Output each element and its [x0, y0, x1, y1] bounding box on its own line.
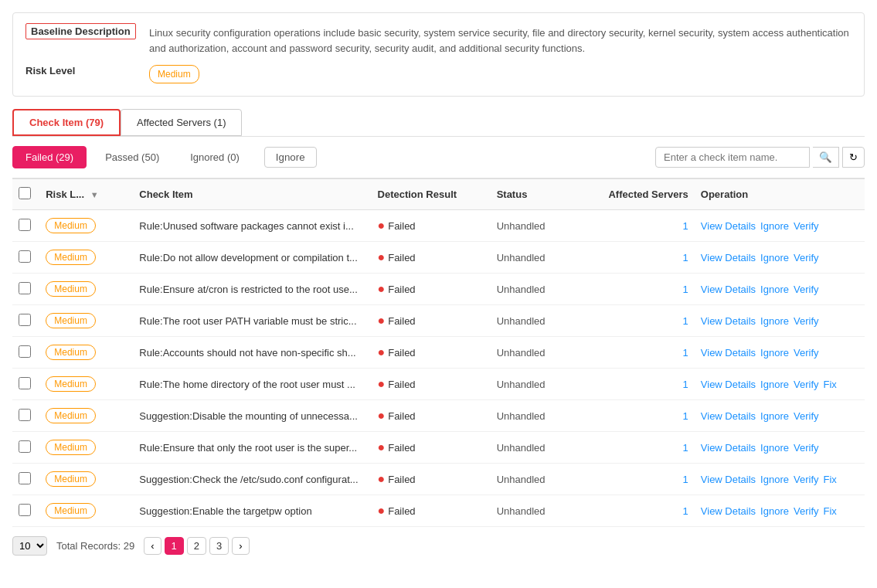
detection-result-2: Failed [388, 284, 415, 295]
op-ignore-4[interactable]: Ignore [760, 347, 789, 359]
op-verify-4[interactable]: Verify [794, 347, 819, 359]
status-text-6: Unhandled [491, 400, 593, 432]
affected-servers-6[interactable]: 1 [593, 400, 695, 432]
affected-servers-1[interactable]: 1 [593, 242, 695, 274]
page-3-button[interactable]: 3 [209, 537, 229, 555]
affected-servers-0[interactable]: 1 [593, 210, 695, 242]
row-checkbox-4[interactable] [19, 345, 31, 358]
select-all-checkbox[interactable] [19, 187, 31, 199]
filter-passed-button[interactable]: Passed (50) [93, 147, 172, 168]
table-row: MediumRule:Ensure that only the root use… [12, 432, 865, 464]
op-view-details-8[interactable]: View Details [701, 474, 756, 485]
detection-result-4: Failed [388, 347, 415, 359]
op-verify-5[interactable]: Verify [794, 379, 819, 390]
row-checkbox-0[interactable] [19, 219, 31, 231]
detection-result-9: Failed [388, 505, 415, 517]
check-item-text-7: Rule:Ensure that only the root user is t… [133, 432, 371, 464]
prev-page-button[interactable]: ‹ [144, 537, 161, 555]
check-item-text-6: Suggestion:Disable the mounting of unnec… [133, 400, 371, 432]
affected-servers-5[interactable]: 1 [593, 369, 695, 400]
op-ignore-0[interactable]: Ignore [760, 220, 789, 232]
tabs-container: Check Item (79) Affected Servers (1) [12, 109, 865, 137]
row-checkbox-1[interactable] [19, 250, 31, 263]
failed-icon-6: ● [378, 409, 386, 423]
ignore-button[interactable]: Ignore [264, 147, 317, 168]
op-verify-8[interactable]: Verify [794, 474, 819, 485]
tab-check-item[interactable]: Check Item (79) [12, 109, 121, 136]
op-verify-9[interactable]: Verify [794, 505, 819, 517]
op-verify-0[interactable]: Verify [794, 220, 819, 232]
refresh-button[interactable]: ↻ [842, 147, 865, 168]
row-checkbox-9[interactable] [19, 504, 31, 516]
op-view-details-7[interactable]: View Details [701, 442, 756, 454]
baseline-description-label: Baseline Description [25, 23, 136, 39]
op-view-details-5[interactable]: View Details [701, 379, 756, 390]
check-item-text-4: Rule:Accounts should not have non-specif… [133, 337, 371, 369]
op-ignore-2[interactable]: Ignore [760, 284, 789, 295]
row-checkbox-5[interactable] [19, 377, 31, 389]
affected-servers-7[interactable]: 1 [593, 432, 695, 464]
risk-badge-4: Medium [46, 345, 96, 360]
status-text-7: Unhandled [491, 432, 593, 464]
affected-servers-3[interactable]: 1 [593, 305, 695, 337]
refresh-icon: ↻ [849, 151, 858, 163]
check-items-table: Risk L... ▼ Check Item Detection Result … [12, 178, 865, 527]
affected-servers-8[interactable]: 1 [593, 464, 695, 495]
baseline-description-text: Linux security configuration operations … [149, 25, 852, 56]
row-checkbox-8[interactable] [19, 472, 31, 484]
failed-icon-2: ● [378, 282, 386, 296]
row-checkbox-2[interactable] [19, 282, 31, 294]
row-checkbox-6[interactable] [19, 409, 31, 421]
op-ignore-6[interactable]: Ignore [760, 410, 789, 422]
op-verify-6[interactable]: Verify [794, 410, 819, 422]
op-ignore-7[interactable]: Ignore [760, 442, 789, 454]
operations-cell-6: View DetailsIgnoreVerify [695, 400, 865, 432]
op-view-details-1[interactable]: View Details [701, 252, 756, 263]
op-view-details-9[interactable]: View Details [701, 505, 756, 517]
table-row: MediumSuggestion:Enable the targetpw opt… [12, 495, 865, 527]
page-1-button[interactable]: 1 [165, 537, 184, 555]
operations-cell-2: View DetailsIgnoreVerify [695, 274, 865, 305]
op-fix-9[interactable]: Fix [824, 505, 837, 517]
next-page-button[interactable]: › [232, 537, 249, 555]
tab-affected-servers[interactable]: Affected Servers (1) [121, 109, 242, 136]
page-size-select[interactable]: 10 20 50 [12, 536, 47, 556]
affected-servers-9[interactable]: 1 [593, 495, 695, 527]
op-view-details-2[interactable]: View Details [701, 284, 756, 295]
risk-badge-2: Medium [46, 281, 96, 297]
search-icon-button[interactable]: 🔍 [813, 147, 839, 168]
page-2-button[interactable]: 2 [187, 537, 206, 555]
filter-failed-button[interactable]: Failed (29) [12, 146, 87, 168]
op-ignore-5[interactable]: Ignore [760, 379, 789, 390]
op-fix-8[interactable]: Fix [824, 474, 837, 485]
op-view-details-4[interactable]: View Details [701, 347, 756, 359]
affected-servers-4[interactable]: 1 [593, 337, 695, 369]
check-item-text-0: Rule:Unused software packages cannot exi… [133, 210, 371, 242]
col-check-item: Check Item [133, 179, 371, 210]
op-view-details-6[interactable]: View Details [701, 410, 756, 422]
failed-icon-9: ● [378, 504, 386, 518]
filter-ignored-button[interactable]: Ignored (0) [178, 147, 252, 168]
op-ignore-1[interactable]: Ignore [760, 252, 789, 263]
failed-icon-3: ● [378, 314, 386, 328]
op-view-details-0[interactable]: View Details [701, 220, 756, 232]
filter-icon[interactable]: ▼ [90, 190, 99, 199]
op-verify-7[interactable]: Verify [794, 442, 819, 454]
search-input[interactable] [655, 147, 810, 168]
row-checkbox-7[interactable] [19, 440, 31, 453]
op-verify-3[interactable]: Verify [794, 315, 819, 327]
op-verify-2[interactable]: Verify [794, 284, 819, 295]
detection-result-0: Failed [388, 220, 415, 232]
col-detection-result: Detection Result [372, 179, 491, 210]
op-view-details-3[interactable]: View Details [701, 315, 756, 327]
op-verify-1[interactable]: Verify [794, 252, 819, 263]
op-ignore-9[interactable]: Ignore [760, 505, 789, 517]
affected-servers-2[interactable]: 1 [593, 274, 695, 305]
detection-result-7: Failed [388, 442, 415, 454]
failed-icon-8: ● [378, 472, 386, 486]
op-ignore-8[interactable]: Ignore [760, 474, 789, 485]
risk-level-label: Risk Level [25, 65, 149, 76]
row-checkbox-3[interactable] [19, 314, 31, 326]
op-fix-5[interactable]: Fix [824, 379, 837, 390]
op-ignore-3[interactable]: Ignore [760, 315, 789, 327]
